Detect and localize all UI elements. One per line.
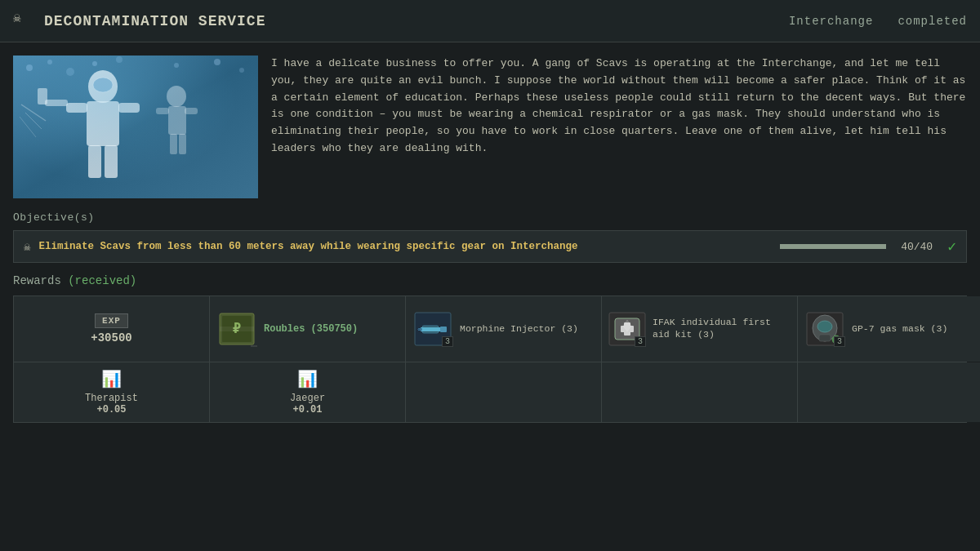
roubles-icon: ₽ [218, 312, 256, 346]
ifak-label: IFAK individual first aid kit (3) [653, 317, 791, 341]
svg-rect-17 [38, 88, 47, 104]
svg-rect-22 [170, 134, 177, 154]
jaeger-name: Jaeger [290, 393, 325, 404]
svg-line-25 [25, 113, 42, 129]
morphine-inner: 3 Morphine Injector (3) [412, 311, 595, 347]
objective-progress-bar [780, 244, 886, 249]
svg-point-10 [93, 78, 113, 92]
morphine-count: 3 [442, 336, 453, 347]
objective-progress-bar-container [780, 244, 886, 249]
svg-point-6 [174, 63, 179, 68]
roubles-inner: ₽ Roubles (350750) [216, 311, 399, 347]
reward-morphine-cell: 3 Morphine Injector (3) [406, 296, 602, 362]
ifak-image: 3 [608, 311, 646, 347]
reward-exp-cell: EXP +30500 [14, 296, 210, 362]
svg-point-4 [92, 61, 97, 66]
reward-roubles-cell: ₽ Roubles (350750) [210, 296, 406, 362]
objective-text: Eliminate Scavs from less than 60 meters… [38, 241, 772, 252]
objective-count: 40/40 [901, 241, 933, 253]
quest-description-text: I have a delicate business to offer you.… [271, 56, 967, 198]
svg-point-3 [66, 68, 74, 76]
location-label: Interchange [789, 15, 873, 28]
ifak-count: 3 [635, 336, 646, 347]
header: ☠ Decontamination Service Interchange co… [0, 0, 980, 42]
svg-point-2 [47, 60, 52, 64]
rewards-label: Rewards (received) [13, 274, 967, 287]
svg-rect-19 [168, 106, 186, 135]
header-right: Interchange completed [789, 15, 967, 28]
exp-value: +30500 [91, 331, 131, 344]
svg-rect-23 [179, 134, 186, 154]
objective-skull-icon: ☠ [24, 240, 30, 254]
svg-point-1 [26, 64, 33, 71]
status-badge: completed [898, 15, 967, 28]
rewards-received-badge: (received) [68, 274, 136, 287]
svg-rect-33 [440, 327, 447, 332]
rep-jaeger-cell: 📊 Jaeger +0.01 [210, 362, 406, 422]
gp7-count: 3 [834, 336, 845, 347]
svg-point-7 [214, 59, 220, 65]
rewards-reputation-row: 📊 Therapist +0.05 📊 Jaeger +0.01 [13, 362, 967, 423]
svg-point-5 [116, 56, 122, 63]
svg-point-46 [817, 321, 832, 332]
rep-empty-1 [406, 362, 602, 422]
page-title: Decontamination Service [44, 13, 265, 29]
reward-ifak-cell: 3 IFAK individual first aid kit (3) [602, 296, 798, 362]
skull-icon: ☠ [13, 10, 36, 33]
therapist-value: +0.05 [96, 404, 126, 415]
svg-point-8 [239, 68, 244, 73]
svg-rect-14 [88, 145, 101, 178]
rewards-section: Rewards (received) EXP +30500 ₽ [13, 274, 967, 423]
morphine-image: 3 [412, 311, 453, 347]
svg-line-24 [21, 104, 46, 121]
svg-rect-36 [422, 326, 439, 333]
quest-illustration [13, 56, 258, 198]
svg-rect-0 [13, 56, 258, 198]
objectives-label: Objective(s) [13, 211, 967, 224]
rewards-grid: EXP +30500 ₽ Roubl [13, 295, 967, 362]
exp-label: EXP [95, 313, 128, 328]
ifak-inner: 3 IFAK individual first aid kit (3) [608, 311, 791, 347]
svg-rect-30 [220, 327, 254, 331]
bar-chart-icon: 📊 [101, 369, 122, 389]
gp7-image: ✓ 3 [804, 311, 845, 347]
bar-chart-icon-2: 📊 [297, 369, 318, 389]
svg-rect-15 [105, 145, 118, 178]
rep-empty-3 [798, 362, 980, 422]
svg-point-18 [167, 86, 186, 107]
therapist-name: Therapist [85, 393, 138, 404]
roubles-image: ₽ [216, 311, 257, 347]
svg-rect-47 [819, 335, 831, 341]
svg-rect-35 [417, 329, 420, 330]
objective-checkmark: ✓ [947, 238, 956, 256]
roubles-label: Roubles (350750) [264, 323, 358, 335]
gp7-inner: ✓ 3 GP-7 gas mask (3) [804, 311, 980, 347]
svg-rect-16 [45, 100, 68, 106]
rep-therapist-cell: 📊 Therapist +0.05 [14, 362, 210, 422]
svg-rect-21 [185, 108, 198, 114]
main-content: I have a delicate business to offer you.… [0, 42, 980, 436]
quest-image [13, 56, 258, 198]
rep-empty-2 [602, 362, 798, 422]
objectives-section: Objective(s) ☠ Eliminate Scavs from less… [13, 211, 967, 263]
quest-description-section: I have a delicate business to offer you.… [13, 56, 967, 198]
header-left: ☠ Decontamination Service [13, 10, 265, 33]
roubles-count [251, 345, 257, 347]
reward-gp7-cell: ✓ 3 GP-7 gas mask (3) [798, 296, 980, 362]
quest-image-inner [13, 56, 258, 198]
objective-row: ☠ Eliminate Scavs from less than 60 mete… [13, 230, 967, 263]
svg-line-26 [20, 117, 36, 137]
svg-rect-13 [118, 103, 140, 113]
svg-rect-11 [87, 101, 119, 146]
jaeger-value: +0.01 [292, 404, 322, 415]
morphine-label: Morphine Injector (3) [460, 323, 578, 335]
svg-rect-12 [66, 103, 87, 113]
svg-point-9 [88, 70, 118, 103]
gp7-label: GP-7 gas mask (3) [852, 323, 947, 335]
svg-rect-20 [156, 108, 169, 114]
